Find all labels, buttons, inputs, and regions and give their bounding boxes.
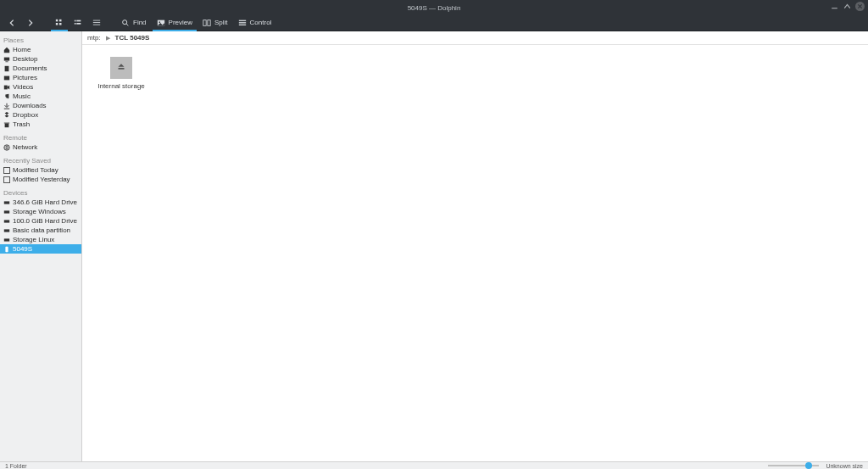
minimize-button[interactable]	[830, 2, 839, 11]
sidebar-item-device-2[interactable]: 100.0 GiB Hard Drive	[0, 216, 81, 226]
view-details-button[interactable]	[88, 16, 105, 31]
sidebar-item-home[interactable]: Home	[0, 45, 81, 54]
view-icons-button[interactable]	[51, 16, 68, 31]
svg-rect-7	[75, 20, 76, 21]
phone-icon	[3, 246, 10, 253]
svg-point-17	[159, 21, 160, 23]
svg-rect-8	[76, 20, 81, 21]
places-header: Places	[0, 35, 81, 45]
sidebar: Places Home Desktop Documents Pictures V…	[0, 31, 81, 461]
music-icon	[3, 93, 10, 100]
preview-button[interactable]: Preview	[153, 16, 197, 31]
sidebar-item-network[interactable]: Network	[0, 142, 81, 152]
sidebar-item-device-3[interactable]: Basic data partition	[0, 226, 81, 235]
drive-icon	[3, 209, 10, 215]
toolbar: Find Preview Split Control	[0, 16, 868, 31]
devices-header: Devices	[0, 187, 81, 198]
sidebar-item-documents[interactable]: Documents	[0, 64, 81, 73]
close-button[interactable]	[855, 2, 865, 11]
dropbox-icon	[3, 112, 10, 119]
sidebar-item-trash[interactable]: Trash	[0, 120, 81, 129]
sidebar-item-device-5[interactable]: 5049S	[0, 244, 81, 254]
file-view[interactable]: Internal storage	[82, 45, 868, 461]
arrow-left-icon	[8, 19, 16, 27]
details-icon	[92, 19, 101, 27]
sidebar-item-modified-today[interactable]: Modified Today	[0, 165, 81, 175]
file-label: Internal storage	[94, 82, 148, 90]
svg-rect-20	[238, 20, 245, 20]
status-size: Unknown size	[826, 463, 863, 469]
recent-header: Recently Saved	[0, 155, 81, 165]
drive-icon	[3, 227, 10, 234]
sidebar-item-downloads[interactable]: Downloads	[0, 101, 81, 110]
svg-rect-18	[203, 20, 206, 25]
maximize-button[interactable]	[843, 2, 852, 11]
svg-rect-19	[208, 20, 210, 25]
sidebar-item-desktop[interactable]: Desktop	[0, 54, 81, 64]
network-icon	[3, 144, 10, 151]
svg-rect-6	[59, 23, 62, 25]
window-title: 5049S — Dolphin	[408, 4, 461, 12]
breadcrumb[interactable]: mtp: ▶ TCL 5049S	[82, 31, 868, 45]
videos-icon	[3, 84, 10, 91]
sidebar-item-device-4[interactable]: Storage Linux	[0, 235, 81, 244]
menu-icon	[238, 19, 247, 27]
svg-point-14	[123, 20, 127, 24]
svg-rect-32	[4, 210, 9, 213]
sidebar-item-dropbox[interactable]: Dropbox	[0, 110, 81, 120]
svg-rect-3	[56, 19, 58, 21]
arrow-right-icon	[26, 19, 35, 27]
documents-icon	[3, 65, 10, 72]
sidebar-item-device-1[interactable]: Storage Windows	[0, 207, 81, 216]
svg-rect-13	[93, 24, 100, 25]
svg-rect-29	[4, 122, 9, 123]
compact-icon	[74, 19, 82, 27]
view-compact-button[interactable]	[70, 16, 86, 31]
svg-rect-22	[238, 24, 245, 25]
forward-button[interactable]	[22, 16, 39, 31]
status-count: 1 Folder	[5, 463, 27, 469]
split-button[interactable]: Split	[198, 16, 232, 31]
split-icon	[203, 19, 211, 27]
sidebar-item-music[interactable]: Music	[0, 92, 81, 101]
drive-icon	[3, 199, 10, 206]
svg-rect-4	[59, 19, 62, 21]
sidebar-item-videos[interactable]: Videos	[0, 82, 81, 92]
chevron-right-icon: ▶	[106, 35, 110, 42]
removable-storage-icon	[110, 57, 132, 79]
sidebar-item-device-0[interactable]: 346.6 GiB Hard Drive	[0, 198, 81, 207]
svg-rect-26	[4, 75, 9, 80]
search-icon	[121, 19, 130, 27]
svg-rect-31	[4, 201, 9, 204]
svg-rect-12	[93, 22, 100, 23]
breadcrumb-segment-0[interactable]: mtp:	[87, 34, 101, 42]
drive-icon	[3, 218, 10, 225]
svg-rect-36	[5, 246, 8, 251]
svg-rect-24	[5, 61, 8, 62]
titlebar: 5049S — Dolphin	[0, 0, 868, 16]
sidebar-item-modified-yesterday[interactable]: Modified Yesterday	[0, 175, 81, 184]
back-button[interactable]	[3, 16, 20, 31]
svg-rect-27	[4, 85, 8, 89]
breadcrumb-segment-1[interactable]: TCL 5049S	[115, 34, 150, 42]
svg-rect-21	[238, 22, 245, 23]
zoom-slider[interactable]	[768, 465, 819, 466]
drive-icon	[3, 237, 10, 243]
svg-rect-9	[75, 23, 76, 25]
calendar-icon	[3, 167, 10, 174]
find-button[interactable]: Find	[117, 16, 151, 31]
sidebar-item-pictures[interactable]: Pictures	[0, 73, 81, 82]
trash-icon	[3, 121, 10, 128]
control-button[interactable]: Control	[234, 16, 276, 31]
folder-internal-storage[interactable]: Internal storage	[94, 57, 148, 90]
svg-rect-25	[5, 65, 9, 70]
svg-rect-33	[4, 220, 9, 222]
svg-rect-37	[119, 68, 125, 70]
grid-icon	[55, 19, 64, 27]
svg-rect-34	[4, 229, 9, 232]
calendar-icon	[3, 176, 10, 183]
preview-icon	[157, 19, 165, 27]
desktop-icon	[3, 56, 10, 63]
main-area: mtp: ▶ TCL 5049S Internal storage	[81, 31, 868, 461]
svg-rect-23	[4, 57, 9, 60]
